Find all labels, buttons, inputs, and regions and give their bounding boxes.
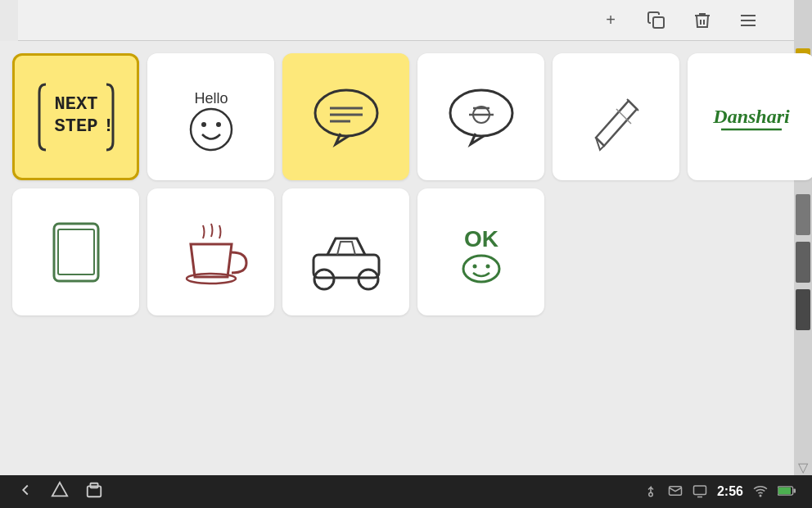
main-content: NEXT STEP ! Hello — [0, 41, 794, 475]
tile-hello-face[interactable]: Hello — [147, 53, 274, 180]
svg-point-11 — [315, 90, 377, 136]
svg-text:Hello: Hello — [194, 90, 228, 107]
svg-rect-26 — [58, 229, 94, 274]
svg-point-43 — [760, 495, 761, 497]
tile-coffee[interactable] — [147, 188, 274, 315]
battery-icon — [778, 485, 796, 499]
bottom-nav-left — [16, 481, 103, 503]
svg-point-10 — [216, 122, 221, 127]
svg-point-8 — [191, 109, 232, 150]
svg-text:OK: OK — [464, 226, 498, 252]
svg-point-31 — [359, 270, 378, 289]
svg-point-28 — [187, 274, 236, 283]
delete-button[interactable] — [688, 6, 717, 35]
svg-marker-20 — [596, 138, 604, 150]
svg-marker-36 — [52, 482, 67, 496]
top-toolbar: + — [18, 0, 812, 41]
svg-point-9 — [201, 122, 206, 127]
sticker-grid: NEXT STEP ! Hello — [12, 53, 782, 315]
sidebar-tab-2[interactable] — [796, 242, 810, 283]
recent-button[interactable] — [85, 481, 103, 503]
sidebar-tab-3[interactable] — [796, 289, 810, 330]
svg-rect-46 — [793, 488, 796, 492]
svg-line-21 — [627, 99, 638, 111]
usb-icon — [643, 483, 658, 501]
tile-tablet[interactable] — [12, 188, 139, 315]
svg-text:Danshari: Danshari — [712, 106, 790, 127]
sidebar-tab-1[interactable] — [796, 194, 810, 235]
clock-display: 2:56 — [717, 484, 743, 499]
tile-speech-bubble-filled[interactable] — [282, 53, 409, 180]
add-button[interactable]: + — [596, 6, 625, 35]
tile-car[interactable] — [282, 188, 409, 315]
tile-danshari[interactable]: Danshari — [688, 53, 812, 180]
tile-pencil[interactable] — [553, 53, 679, 180]
bottom-status-right: 2:56 — [643, 483, 796, 501]
svg-point-30 — [314, 270, 334, 289]
svg-rect-45 — [778, 487, 791, 493]
svg-point-34 — [472, 264, 476, 268]
svg-text:NEXT: NEXT — [54, 94, 97, 115]
tile-ok[interactable]: OK — [417, 188, 544, 315]
tile-next-step[interactable]: NEXT STEP ! — [12, 53, 139, 180]
svg-text:STEP: STEP — [54, 116, 97, 137]
copy-button[interactable] — [642, 6, 671, 35]
tile-speech-bubble[interactable] — [417, 53, 544, 180]
svg-point-39 — [649, 492, 653, 497]
svg-rect-29 — [314, 255, 379, 278]
svg-point-33 — [463, 256, 499, 282]
svg-text:!: ! — [103, 116, 114, 137]
email-icon — [668, 483, 683, 501]
svg-line-22 — [616, 109, 631, 124]
svg-point-35 — [485, 264, 489, 268]
back-button[interactable] — [16, 481, 34, 503]
bottom-bar: 2:56 — [0, 475, 812, 508]
wifi-icon — [753, 483, 768, 501]
svg-rect-0 — [653, 17, 664, 28]
svg-rect-41 — [693, 486, 706, 495]
svg-rect-25 — [54, 224, 98, 281]
sidebar-arrow-down[interactable]: ▽ — [798, 460, 808, 475]
home-button[interactable] — [51, 481, 69, 503]
screen-icon — [692, 483, 707, 501]
menu-button[interactable] — [733, 6, 763, 35]
svg-point-15 — [450, 90, 512, 136]
